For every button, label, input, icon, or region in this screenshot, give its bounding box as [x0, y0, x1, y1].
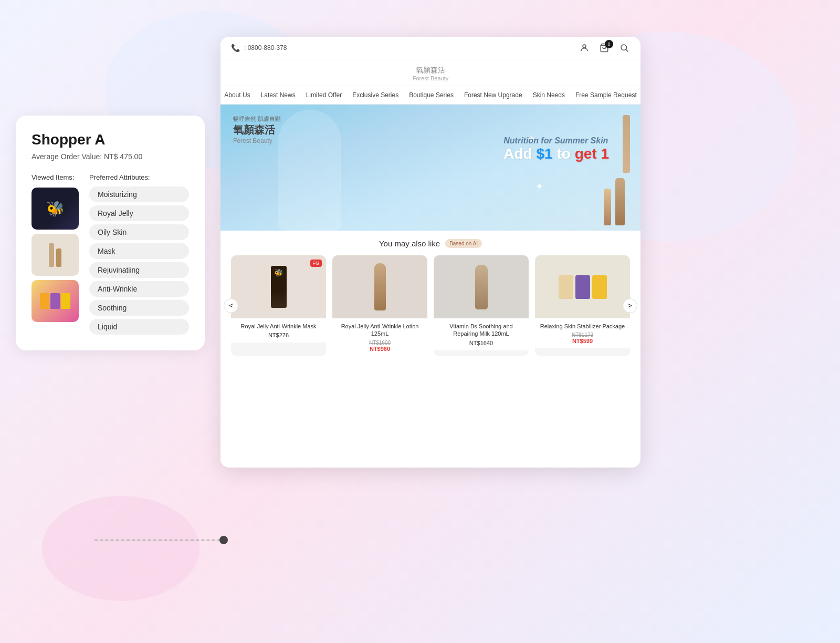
pack-box-1	[559, 275, 573, 299]
product-name-4: Relaxing Skin Stabilizer Package	[538, 323, 627, 330]
phone-number: : 0800-880-378	[244, 44, 287, 51]
product-info-3: Vitamin Bs Soothing and Repairing Milk 1…	[434, 318, 529, 350]
nav-forest-upgrade[interactable]: Forest New Upgrade	[464, 91, 522, 99]
product-info-4: Relaxing Skin Stabilizer Package NT$1173…	[535, 318, 630, 348]
viewed-item-1[interactable]: 🐝	[32, 188, 79, 230]
shopper-name: Shopper A	[32, 131, 189, 148]
product-badge-1: FG	[310, 260, 322, 267]
nav-skin-needs[interactable]: Skin Needs	[533, 91, 565, 99]
product-bottle-icon-3	[475, 265, 488, 309]
shopper-aov: Average Order Value: NT$ 475.00	[32, 152, 189, 161]
shopper-card: Shopper A Average Order Value: NT$ 475.0…	[16, 116, 205, 350]
product-card-4[interactable]: Relaxing Skin Stabilizer Package NT$1173…	[535, 255, 630, 356]
also-like-section: You may also like Based on AI < 🐝 FG Roy…	[220, 231, 640, 365]
nav-limited[interactable]: Limited Offer	[306, 91, 342, 99]
product-pack-img	[559, 275, 607, 299]
attr-mask[interactable]: Mask	[89, 243, 189, 259]
product-img-3	[434, 255, 529, 318]
hero-bottles	[604, 178, 625, 225]
product-card-3[interactable]: Vitamin Bs Soothing and Repairing Milk 1…	[434, 255, 529, 356]
cart-button[interactable]: 0	[598, 43, 610, 53]
product-img-1: 🐝 FG	[231, 255, 326, 318]
svg-point-2	[621, 45, 627, 50]
nav-about[interactable]: About Us	[224, 91, 250, 99]
bg-blob-2	[42, 496, 200, 601]
bottle-icon	[49, 243, 54, 267]
product-card-2[interactable]: Royal Jelly Anti-Wrinkle Lotion 125mL NT…	[332, 255, 427, 356]
attr-moisturizing[interactable]: Moisturizing	[89, 186, 189, 202]
prev-button[interactable]: <	[224, 298, 238, 313]
preferred-attr-label: Preferred Attributes:	[89, 173, 189, 181]
next-button[interactable]: >	[623, 298, 637, 313]
product-img-2	[332, 255, 427, 318]
hero-text-area: Nutrition for Summer Skin Add $1 to get …	[503, 136, 609, 162]
connector-dot	[219, 536, 228, 544]
product-price-sale-4: NT$599	[538, 338, 627, 344]
attr-liquid[interactable]: Liquid	[89, 319, 189, 335]
product-info-1: Royal Jelly Anti-Wrinkle Mask NT$276	[231, 318, 326, 343]
phone-info: 📞 : 0800-880-378	[231, 44, 287, 52]
hero-line2-add: Add	[503, 146, 536, 162]
product-img-4	[535, 255, 630, 318]
nav-exclusive[interactable]: Exclusive Series	[352, 91, 398, 99]
also-like-header: You may also like Based on AI	[231, 239, 630, 248]
hero-bottle-2	[604, 189, 611, 225]
product-price-original-4: NT$1173	[538, 332, 627, 338]
hero-line2-dollar: $1	[536, 146, 552, 162]
product-name-2: Royal Jelly Anti-Wrinkle Lotion 125mL	[335, 323, 424, 338]
nav-boutique[interactable]: Boutique Series	[409, 91, 454, 99]
nav-free-sample[interactable]: Free Sample Request	[575, 91, 637, 99]
attr-royal-jelly[interactable]: Royal Jelly	[89, 205, 189, 221]
attr-soothing[interactable]: Soothing	[89, 300, 189, 316]
hero-bottle-tall	[623, 115, 630, 173]
attr-anti-wrinkle[interactable]: Anti-Wrinkle	[89, 281, 189, 297]
sparkle-icon: ✦	[536, 181, 543, 192]
product-price-1: NT$276	[234, 332, 323, 338]
attr-rejuvinating[interactable]: Rejuvinatiing	[89, 262, 189, 278]
also-like-title: You may also like	[379, 239, 440, 248]
pack-block	[50, 293, 60, 309]
pack-box-2	[575, 275, 590, 299]
brand-zh: 氧顏森活	[413, 66, 448, 75]
hero-bottle-1	[615, 178, 625, 225]
product-info-2: Royal Jelly Anti-Wrinkle Lotion 125mL NT…	[332, 318, 427, 356]
pack-block	[61, 293, 70, 309]
also-like-badge: Based on AI	[445, 239, 482, 248]
hero-line1: Nutrition for Summer Skin	[503, 136, 609, 146]
cart-count: 0	[605, 40, 613, 48]
brand-header: 氧顏森活 Forest Beauty	[220, 59, 640, 86]
product-bottle-icon-2	[374, 263, 386, 310]
hero-model	[262, 107, 357, 231]
browser-window: 📞 : 0800-880-378 0	[220, 37, 640, 468]
pack-box-3	[592, 275, 607, 299]
viewed-item-2[interactable]	[32, 234, 79, 276]
phone-icon: 📞	[231, 44, 240, 52]
user-icon[interactable]	[579, 42, 590, 54]
hero-banner: 暢呼自然 肌膚自顯 氧顏森活 Forest Beauty ✦ ✦ ✦ Nutri…	[220, 105, 640, 231]
top-bar: 📞 : 0800-880-378 0	[220, 37, 640, 59]
attr-oily-skin[interactable]: Oily Skin	[89, 224, 189, 240]
viewed-items-label: Viewed Items:	[32, 173, 79, 181]
nav-latest[interactable]: Latest News	[261, 91, 296, 99]
hero-line2: Add $1 to get 1	[503, 146, 609, 162]
hero-line2-get: get 1	[575, 146, 609, 162]
brand-en: Forest Beauty	[413, 75, 448, 81]
hero-line2-to: to	[553, 146, 575, 162]
bee-icon: 🐝	[46, 200, 65, 217]
product-name-1: Royal Jelly Anti-Wrinkle Mask	[234, 323, 323, 330]
search-icon[interactable]	[618, 42, 630, 54]
nav-bar: About Us Latest News Limited Offer Exclu…	[220, 86, 640, 105]
pack-block	[40, 293, 49, 309]
product-bottle-icon: 🐝	[271, 266, 287, 308]
svg-point-0	[583, 45, 586, 48]
product-price-3: NT$1640	[437, 340, 526, 346]
product-price-original-2: NT$1600	[335, 340, 424, 346]
viewed-item-3[interactable]	[32, 280, 79, 322]
product-name-3: Vitamin Bs Soothing and Repairing Milk 1…	[437, 323, 526, 338]
bottle-icon	[56, 248, 61, 267]
product-grid: < 🐝 FG Royal Jelly Anti-Wrinkle Mask NT$…	[231, 255, 630, 356]
top-bar-icons: 0	[579, 42, 630, 54]
product-card-1[interactable]: 🐝 FG Royal Jelly Anti-Wrinkle Mask NT$27…	[231, 255, 326, 356]
svg-line-3	[626, 49, 628, 51]
product-price-sale-2: NT$960	[335, 346, 424, 352]
